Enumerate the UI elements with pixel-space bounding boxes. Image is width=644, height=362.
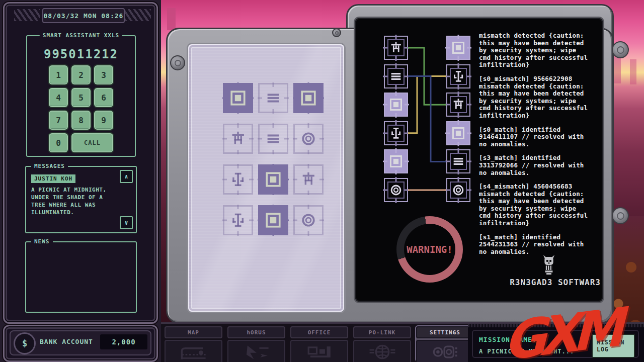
antenna-icon <box>451 69 465 83</box>
terminal-log: mismatch detected {caution: this may hav… <box>479 32 604 262</box>
key-3[interactable]: 3 <box>93 64 114 85</box>
lines-icon <box>389 69 403 83</box>
game-screen: mismatch detected {caution: this may hav… <box>0 0 644 362</box>
bank-account-label: BANK ACCOUNT <box>40 338 93 345</box>
tab-office[interactable]: OFFICE <box>289 325 349 362</box>
messages-title: MESSAGES <box>31 163 68 169</box>
lines-icon <box>265 130 282 147</box>
call-button[interactable]: CALL <box>70 132 114 153</box>
torii-icon <box>300 171 317 188</box>
square-icon <box>389 98 403 112</box>
tab-po-link[interactable]: PO-LINK <box>352 325 412 362</box>
grid-tile-antenna[interactable] <box>223 205 253 235</box>
square-icon <box>451 126 465 140</box>
grid-tile-torii[interactable] <box>223 124 253 154</box>
city-building <box>630 59 636 84</box>
log-entry: [s0_mismatch] 9566622908 mismatch detect… <box>479 75 604 120</box>
datetime-display: 08/03/32 MON 08:26 <box>42 8 125 23</box>
bolt <box>612 207 629 224</box>
news-panel: NEWS <box>25 241 137 313</box>
tab-map[interactable]: MAP <box>164 325 223 362</box>
hack-grid <box>223 83 324 236</box>
node-diagram <box>384 36 470 207</box>
grid-tile-square-filled[interactable] <box>258 164 288 195</box>
warning-label: WARNING! <box>407 244 453 255</box>
messages-panel: MESSAGES JUSTIN KOH A PICNIC AT MIDNIGHT… <box>25 166 137 233</box>
tab-horus[interactable]: hORUS <box>226 325 286 362</box>
tab-icon-box <box>290 340 348 362</box>
torii-icon <box>389 41 403 55</box>
grid-tile-lines[interactable] <box>258 124 288 154</box>
renegade-brand: R3N3GAD3 SOFTWAR3 <box>479 278 601 287</box>
grid-tile-ring[interactable] <box>293 205 324 235</box>
grid-tile-square-filled[interactable] <box>293 83 324 113</box>
office-icon <box>303 342 336 362</box>
grid-tile-antenna[interactable] <box>223 164 253 195</box>
ring-icon <box>300 130 317 147</box>
square-icon <box>265 212 282 229</box>
tab-icon-box <box>227 340 285 362</box>
grid-tile-lines[interactable] <box>258 83 288 113</box>
renegade-skull-icon <box>541 254 556 278</box>
tab-settings[interactable]: SETTINGS <box>415 325 475 362</box>
antenna-icon <box>229 212 247 229</box>
horus-icon <box>240 342 273 362</box>
screw <box>332 28 341 37</box>
scroll-down-button[interactable]: ∨ <box>120 216 133 229</box>
grid-tile-square-filled[interactable] <box>223 83 253 113</box>
lines-icon <box>265 89 282 107</box>
hatch-decor <box>125 9 151 21</box>
log-entry: [s4_mismatch] 4560456683 mismatch detect… <box>479 183 604 227</box>
square-icon <box>229 89 247 107</box>
message-sender[interactable]: JUSTIN KOH <box>31 174 75 183</box>
log-entry: mismatch detected {caution: this may hav… <box>479 32 604 69</box>
dollar-icon: $ <box>14 332 36 354</box>
key-6[interactable]: 6 <box>93 87 114 108</box>
settings-icon <box>429 342 461 362</box>
grid-tile-ring[interactable] <box>293 124 324 154</box>
key-9[interactable]: 9 <box>93 110 114 131</box>
key-5[interactable]: 5 <box>70 87 92 108</box>
connection-lines <box>384 36 470 207</box>
antenna-icon <box>389 126 403 140</box>
key-2[interactable]: 2 <box>70 64 92 85</box>
key-8[interactable]: 8 <box>70 110 92 131</box>
scroll-up-button[interactable]: ∧ <box>120 170 133 183</box>
ring-icon <box>451 183 465 197</box>
antenna-icon <box>229 171 247 188</box>
grid-tile-torii[interactable] <box>293 164 324 195</box>
tab-icon-box <box>416 340 474 362</box>
key-0[interactable]: 0 <box>48 132 69 153</box>
tab-strip: MAPhORUSOFFICEPO-LINKSETTINGS <box>161 324 476 362</box>
bolt <box>612 41 629 58</box>
square-icon <box>451 41 465 55</box>
tab-icon-box <box>353 340 411 362</box>
torii-icon <box>451 98 465 112</box>
key-1[interactable]: 1 <box>48 64 69 85</box>
bank-balance: 2,000 <box>100 334 147 349</box>
square-icon <box>389 154 403 168</box>
city-building <box>167 8 176 30</box>
key-7[interactable]: 7 <box>48 110 69 131</box>
bank-bar: $ BANK ACCOUNT 2,000 <box>3 325 158 362</box>
grid-tile-square-filled[interactable] <box>258 205 288 235</box>
hatch-decor <box>14 9 40 21</box>
log-entry: [s0_match] identified 9146411107 // reso… <box>479 126 604 148</box>
warning-gauge: WARNING! <box>396 216 463 283</box>
log-entry: [s3_match] identified 3313792066 // reso… <box>479 154 604 176</box>
map-icon <box>178 342 210 362</box>
tab-label: SETTINGS <box>416 326 474 338</box>
warning-gauge-center: WARNING! <box>404 224 455 275</box>
tab-label: MAP <box>165 326 222 338</box>
message-body: A PICNIC AT MIDNIGHT, UNDER THE SHADE OF… <box>31 186 117 216</box>
keypad: 1234567890CALL <box>27 36 135 156</box>
tab-label: hORUS <box>227 326 285 338</box>
tab-label: OFFICE <box>290 326 348 338</box>
smart-assistant-panel: SMART ASSISTANT XXLS 995011212 123456789… <box>26 35 136 157</box>
log-entry: [s1_match] identified 2544231363 // reso… <box>479 234 604 256</box>
ring-icon <box>300 212 317 229</box>
polink-icon <box>366 342 398 362</box>
news-title: NEWS <box>31 238 53 245</box>
square-icon <box>265 171 282 188</box>
key-4[interactable]: 4 <box>48 87 69 108</box>
